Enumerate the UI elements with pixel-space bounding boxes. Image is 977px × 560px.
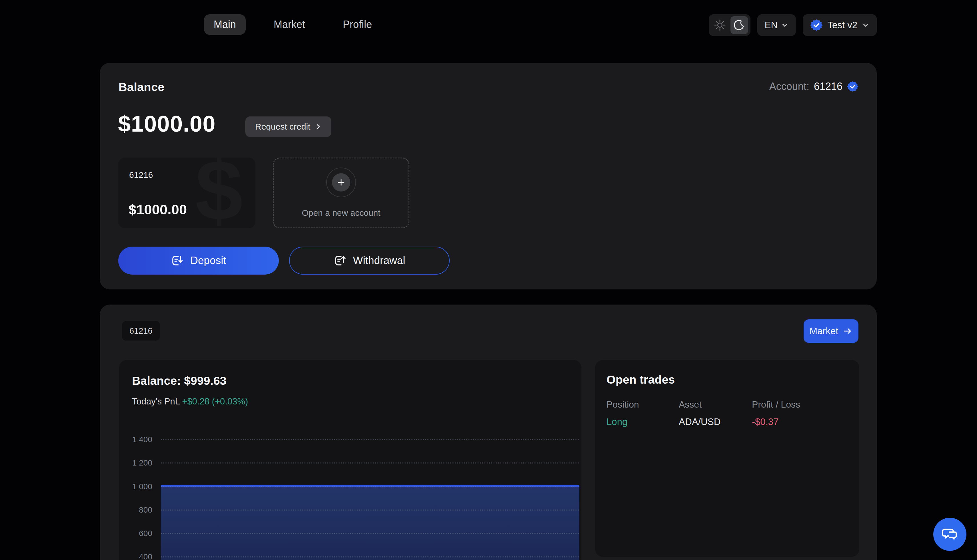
tab-main[interactable]: Main — [204, 14, 246, 35]
account-card[interactable]: $ 61216 $1000.00 — [118, 158, 255, 228]
theme-toggle[interactable] — [709, 14, 751, 36]
gridline-1000: 1 000 — [119, 482, 581, 491]
chat-bubbles-icon — [941, 525, 959, 543]
sun-icon — [714, 19, 726, 32]
open-trades-header: Position Asset Profit / Loss — [606, 399, 848, 410]
trade-row: Long ADA/USD -$0,37 — [606, 417, 848, 427]
y-tick-label: 1 400 — [119, 435, 157, 444]
deposit-button[interactable]: Deposit — [118, 247, 279, 275]
column-asset: Asset — [679, 399, 752, 410]
verified-badge-icon — [847, 81, 858, 92]
withdrawal-button[interactable]: Withdrawal — [289, 247, 450, 275]
gridline-800: 800 — [119, 505, 581, 515]
tab-profile[interactable]: Profile — [333, 14, 381, 35]
account-menu[interactable]: Test v2 — [803, 14, 877, 36]
deposit-label: Deposit — [190, 255, 226, 267]
request-credit-label: Request credit — [255, 122, 310, 132]
withdrawal-label: Withdrawal — [353, 255, 405, 267]
gridline-1200: 1 200 — [119, 458, 581, 468]
trade-position: Long — [606, 417, 679, 427]
account-card-id: 61216 — [129, 170, 153, 180]
chevron-down-icon — [862, 22, 869, 29]
y-tick-label: 800 — [119, 505, 157, 515]
dark-theme-button[interactable] — [731, 16, 748, 34]
open-trades-title: Open trades — [606, 373, 675, 387]
y-tick-label: 600 — [119, 529, 157, 538]
gridline-600: 600 — [119, 529, 581, 538]
y-tick-label: 400 — [119, 552, 157, 560]
light-theme-button[interactable] — [711, 16, 729, 34]
portfolio-card: 61216 Market Balance: $999.63 Today's Pn… — [100, 305, 877, 560]
tab-market[interactable]: Market — [264, 14, 315, 35]
verified-badge-icon — [810, 19, 823, 32]
trade-profit-loss: -$0,37 — [752, 417, 848, 427]
account-info: Account: 61216 — [769, 80, 858, 92]
account-chip[interactable]: 61216 — [122, 321, 160, 340]
balance-chart-panel: Balance: $999.63 Today's PnL +$0.28 (+0.… — [119, 360, 581, 560]
withdrawal-icon — [334, 254, 347, 267]
dollar-watermark: $ — [195, 158, 243, 228]
market-button-label: Market — [810, 326, 838, 337]
chat-button[interactable] — [933, 518, 967, 551]
open-new-account-label: Open a new account — [274, 208, 408, 218]
y-tick-label: 1 000 — [119, 482, 157, 491]
moon-icon — [733, 19, 745, 31]
language-selector[interactable]: EN — [757, 14, 796, 36]
account-card-balance: $1000.00 — [129, 202, 187, 217]
plus-icon[interactable] — [332, 173, 350, 192]
chevron-right-icon — [315, 123, 322, 130]
chevron-down-icon — [781, 22, 788, 29]
balance-card: Balance Account: 61216 $1000.00 Request … — [100, 63, 877, 289]
top-nav: Main Market Profile — [204, 14, 381, 35]
balance-title: Balance — [119, 80, 164, 94]
y-tick-label: 1 200 — [119, 458, 157, 468]
gridline-400: 400 — [119, 552, 581, 560]
trade-asset: ADA/USD — [679, 417, 752, 427]
gridline-1400: 1 400 — [119, 435, 581, 444]
deposit-icon — [171, 254, 184, 267]
column-profit-loss: Profit / Loss — [752, 399, 848, 410]
account-label: Account: — [769, 80, 809, 92]
language-value: EN — [765, 20, 778, 30]
open-new-account-card[interactable]: Open a new account — [273, 158, 409, 228]
total-balance-amount: $1000.00 — [118, 111, 216, 137]
column-position: Position — [606, 399, 679, 410]
arrow-right-icon — [843, 326, 852, 336]
dashboard-page: Main Market Profile — [0, 0, 977, 560]
account-number: 61216 — [814, 80, 842, 92]
open-trades-panel: Open trades Position Asset Profit / Loss… — [595, 360, 859, 557]
account-menu-label: Test v2 — [827, 20, 857, 30]
header-controls: EN Test v2 — [709, 14, 877, 36]
request-credit-button[interactable]: Request credit — [245, 117, 331, 137]
market-button[interactable]: Market — [804, 319, 858, 343]
